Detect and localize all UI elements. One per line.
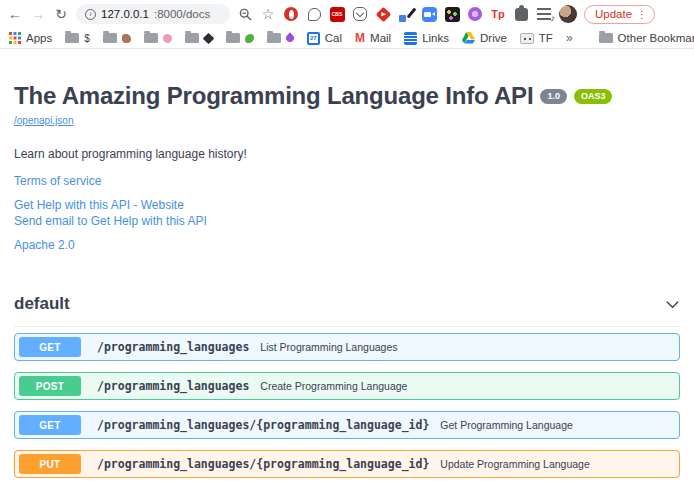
bookmark-drive-label: Drive [480,32,507,44]
calendar-icon: 27 [307,32,320,45]
page-info-icon[interactable]: i [85,9,96,20]
section-title: default [14,294,70,314]
url-path: :8000/docs [154,8,210,20]
zoom-camera-extension-icon[interactable] [421,6,437,22]
update-label: Update [595,8,632,20]
chevron-down-icon[interactable] [665,297,680,312]
brain-emoji-icon [163,34,172,43]
folder-icon [226,33,240,43]
leaf-emoji-icon [245,34,254,43]
pocket-extension-icon[interactable] [352,6,368,22]
tp-extension-icon[interactable]: Tp [490,6,506,22]
bookmark-links[interactable]: Links [404,32,449,45]
purple-flower-extension-icon[interactable] [467,6,483,22]
operation-path: /programming_languages/{programming_lang… [97,418,429,432]
version-badge: 1.0 [540,89,567,104]
red-diamond-glyph [375,6,391,22]
graduation-cap-emoji-icon [203,32,214,43]
puzzle-glyph [515,8,528,21]
operation-summary: Get Programming Language [440,419,573,431]
cbs-extension-icon[interactable]: CBS [329,6,345,22]
folder-icon [65,33,79,43]
operation-summary: Update Programming Language [440,458,589,470]
cbs-glyph: CBS [330,7,345,22]
update-button[interactable]: Update ⋮ [584,5,655,24]
puzzle-extension-icon[interactable] [513,6,529,22]
swagger-page: The Amazing Programming Language Info AP… [0,82,694,485]
operations-list: GET /programming_languages List Programm… [14,333,680,485]
bookmark-apps[interactable]: Apps [9,32,52,44]
method-badge: PUT [19,454,81,474]
pattern-extension-icon[interactable] [444,6,460,22]
operation-row-post-create[interactable]: POST /programming_languages Create Progr… [14,372,680,400]
bookmarks-bar: Apps $ 27 Cal M Mail Links Drive TF » Ot… [0,28,694,49]
bookmark-cal-label: Cal [325,32,342,44]
back-icon[interactable]: ← [7,7,23,21]
bookmarks-overflow-icon[interactable]: » [566,31,573,45]
speech-bubble-extension-icon[interactable] [306,6,322,22]
url-host: 127.0.0.1 [101,8,149,20]
bookmark-folder-brain[interactable] [144,33,172,43]
folder-icon [599,33,613,43]
contact-website-link[interactable]: Get Help with this API - Website [14,198,680,212]
forward-icon[interactable]: → [30,7,46,21]
drive-icon [462,32,475,44]
music-note-icon: ♪ [551,13,556,23]
bookmark-folder-horse[interactable] [103,33,131,43]
operation-row-put-update[interactable]: PUT /programming_languages/{programming_… [14,450,680,478]
bookmark-folder-grad[interactable] [185,33,213,43]
url-bar[interactable]: i 127.0.0.1:8000/docs [76,4,230,24]
playlist-glyph: ♪ [537,8,551,20]
other-bookmarks[interactable]: Other Bookmarks [599,32,694,44]
operation-row-get-one[interactable]: GET /programming_languages/{programming_… [14,411,680,439]
tag-section-default[interactable]: default [14,285,680,327]
pocket-glyph [353,7,367,21]
profile-avatar[interactable] [559,5,577,23]
terms-of-service-link[interactable]: Terms of service [14,174,680,188]
camera-glyph [422,7,437,22]
operation-path: /programming_languages/{programming_lang… [97,457,429,471]
oas3-badge: OAS3 [574,89,613,104]
operation-row-get-list[interactable]: GET /programming_languages List Programm… [14,333,680,361]
horse-emoji-icon [122,34,131,43]
links-list-icon [404,32,417,45]
gmail-icon: M [355,31,365,45]
license-link[interactable]: Apache 2.0 [14,238,680,252]
bookmark-links-label: Links [422,32,449,44]
dollar-emoji-icon: $ [84,33,90,44]
folder-icon [267,33,281,43]
eyedropper-extension-icon[interactable] [398,6,414,22]
zoom-out-icon[interactable] [237,6,253,22]
bookmark-mail[interactable]: M Mail [355,31,391,45]
openapi-spec-link[interactable]: /openapi.json [14,115,74,126]
method-badge: POST [19,376,81,396]
red-o-extension-icon[interactable] [283,6,299,22]
browser-menu-icon: ⋮ [637,9,647,20]
method-badge: GET [19,337,81,357]
flower-glyph [468,7,482,21]
bookmark-folder-green[interactable] [226,33,254,43]
operation-summary: List Programming Languages [260,341,397,353]
dropper-glyph [399,7,414,22]
operation-path: /programming_languages [97,379,249,393]
operation-path: /programming_languages [97,340,249,354]
api-description: Learn about programming language history… [14,147,680,161]
operation-summary: Create Programming Language [260,380,407,392]
browser-toolbar: ← → ↻ i 127.0.0.1:8000/docs ☆ CBS Tp ♪ U… [0,0,694,28]
page-title: The Amazing Programming Language Info AP… [14,82,533,110]
bookmark-folder-money[interactable]: $ [65,33,90,44]
bookmark-tf[interactable]: TF [520,32,553,44]
playlist-extension-icon[interactable]: ♪ [536,6,552,22]
card-icon [520,33,534,44]
bookmark-drive[interactable]: Drive [462,32,507,44]
contact-email-link[interactable]: Send email to Get Help with this API [14,214,680,228]
reload-icon[interactable]: ↻ [53,7,69,21]
bookmark-cal[interactable]: 27 Cal [307,32,342,45]
bookmark-folder-heart[interactable] [267,33,294,43]
bookmark-mail-label: Mail [370,32,391,44]
bookmark-tf-label: TF [539,32,553,44]
red-arrow-extension-icon[interactable] [375,6,391,22]
apps-grid-icon [9,32,21,44]
folder-icon [144,33,158,43]
bookmark-star-icon[interactable]: ☆ [260,6,276,22]
